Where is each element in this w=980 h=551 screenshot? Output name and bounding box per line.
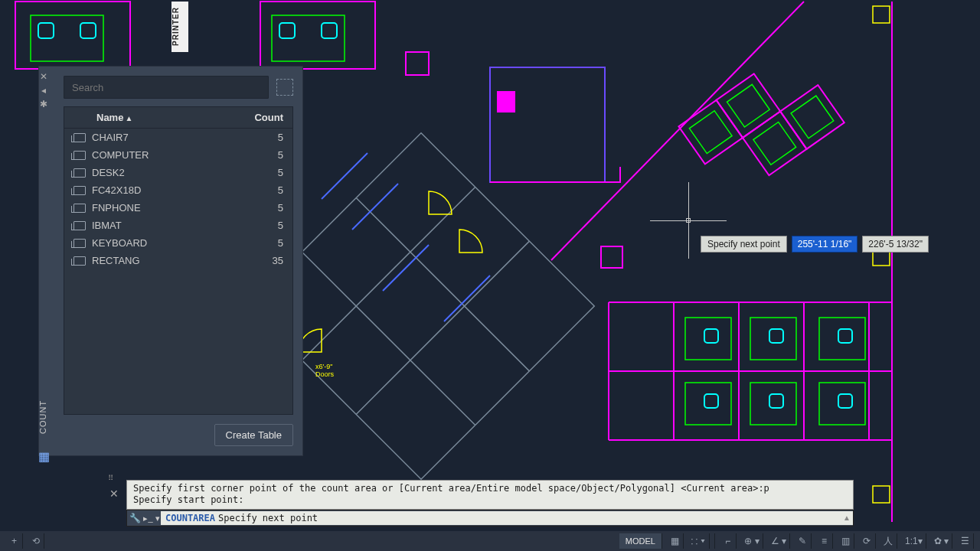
item-count: 5 — [237, 132, 283, 143]
item-count: 5 — [237, 149, 283, 161]
command-history: Specify first corner point of the count … — [126, 480, 854, 510]
block-icon — [74, 186, 86, 195]
count-palette: ✕ ◂ ✱ COUNT ▦ Name▲ Count CHAIR75COMPUTE… — [38, 66, 303, 456]
block-icon — [74, 168, 86, 178]
list-item[interactable]: RECTANG35 — [64, 252, 292, 269]
ortho-icon[interactable]: ⌐ — [720, 533, 737, 549]
list-header[interactable]: Name▲ Count — [64, 107, 292, 129]
item-name: KEYBOARD — [92, 237, 237, 249]
svg-rect-22 — [38, 23, 54, 38]
dynamic-input-tooltip: Specify next point 255'-11 1/16" 226'-5 … — [701, 236, 929, 253]
sort-asc-icon: ▲ — [125, 114, 132, 122]
scale-ratio[interactable]: 1:1 ▾ — [902, 533, 926, 549]
palette-title: COUNT — [38, 386, 51, 448]
item-name: FC42X18D — [92, 184, 237, 196]
svg-rect-29 — [704, 394, 718, 408]
active-command-name: COUNTAREA — [165, 513, 215, 523]
svg-rect-26 — [704, 329, 718, 343]
svg-rect-9 — [780, 85, 844, 149]
history-line: Specify first corner point of the count … — [133, 483, 847, 495]
search-input[interactable] — [64, 76, 269, 99]
close-icon[interactable]: ✕ — [38, 71, 49, 82]
svg-rect-23 — [80, 23, 96, 38]
block-icon — [74, 239, 86, 248]
svg-rect-0 — [15, 2, 130, 69]
printer-label: PRINTER — [172, 2, 188, 52]
count-column-header[interactable]: Count — [237, 112, 283, 123]
list-item[interactable]: FNPHONE5 — [64, 199, 292, 217]
svg-rect-30 — [769, 394, 783, 408]
drag-grip-icon[interactable]: ⠿ — [108, 474, 113, 482]
svg-rect-5 — [601, 246, 622, 268]
svg-rect-33 — [873, 6, 890, 23]
dynamic-x-value[interactable]: 255'-11 1/16" — [792, 236, 858, 253]
list-item[interactable]: KEYBOARD5 — [64, 234, 292, 252]
status-bar: + ⟲ MODEL ▦ ⸬ ▾ ⌐ ⊕ ▾ ∠ ▾ ✎ ≡ ▥ ⟳ 人 1:1 … — [0, 531, 980, 551]
orbit-icon[interactable]: ⟲ — [28, 533, 44, 549]
block-icon — [74, 151, 86, 160]
lineweight-icon[interactable]: ≡ — [816, 533, 833, 549]
block-icon — [74, 221, 86, 230]
svg-text:Doors: Doors — [315, 370, 335, 378]
svg-rect-4 — [498, 92, 514, 112]
command-line[interactable]: ⠿ ✕ Specify first corner point of the co… — [126, 480, 854, 527]
block-icon — [74, 256, 86, 266]
svg-rect-34 — [873, 486, 890, 503]
item-name: DESK2 — [92, 167, 237, 178]
osnap-icon[interactable]: ✎ — [795, 533, 812, 549]
pin-icon[interactable]: ◂ — [38, 85, 49, 96]
model-space-button[interactable]: MODEL — [619, 533, 662, 549]
annotation-icon[interactable]: 人 — [880, 533, 897, 549]
item-count: 5 — [237, 167, 283, 178]
item-count: 5 — [237, 237, 283, 249]
svg-rect-18 — [689, 111, 732, 154]
customize-icon[interactable]: 🔧 — [127, 513, 142, 523]
cycling-icon[interactable]: ⟳ — [859, 533, 876, 549]
list-item[interactable]: COMPUTER5 — [64, 146, 292, 164]
active-command-prompt: Specify next point — [218, 513, 318, 523]
item-count: 35 — [237, 255, 283, 266]
svg-rect-2 — [406, 52, 429, 75]
settings-gear-icon[interactable]: ✿ ▾ — [931, 533, 952, 549]
svg-rect-8 — [743, 112, 807, 176]
name-column-header[interactable]: Name — [96, 112, 123, 123]
block-icon — [74, 133, 86, 142]
svg-rect-10 — [31, 15, 103, 61]
count-toggle-icon[interactable]: ▦ — [38, 449, 49, 460]
command-input[interactable]: COUNTAREA Specify next point — [161, 511, 841, 525]
item-name: IBMAT — [92, 220, 237, 231]
expand-history-icon[interactable]: ▲ — [841, 511, 853, 525]
dynamic-y-value[interactable]: 226'-5 13/32" — [862, 236, 929, 253]
svg-rect-31 — [838, 394, 852, 408]
create-table-button[interactable]: Create Table — [214, 424, 293, 446]
coordinates-plus-icon[interactable]: + — [6, 533, 23, 549]
isodraft-icon[interactable]: ∠ ▾ — [768, 533, 790, 549]
svg-rect-27 — [769, 329, 783, 343]
item-count: 5 — [237, 220, 283, 231]
commandline-close-icon[interactable]: ✕ — [108, 487, 120, 500]
list-item[interactable]: FC42X18D5 — [64, 181, 292, 199]
history-line: Specify start point: — [133, 494, 847, 507]
list-item[interactable]: CHAIR75 — [64, 129, 292, 146]
selection-area-icon[interactable] — [276, 79, 293, 96]
svg-rect-24 — [279, 23, 295, 38]
svg-rect-25 — [322, 23, 337, 38]
customization-icon[interactable]: ☰ — [957, 533, 974, 549]
svg-text:x6'-9": x6'-9" — [315, 363, 332, 370]
dynamic-prompt-label: Specify next point — [701, 236, 787, 253]
item-count: 5 — [237, 184, 283, 196]
item-name: FNPHONE — [92, 202, 237, 214]
count-list: Name▲ Count CHAIR75COMPUTER5DESK25FC42X1… — [64, 106, 293, 415]
polar-icon[interactable]: ⊕ ▾ — [741, 533, 763, 549]
snap-icon[interactable]: ⸬ ▾ — [688, 533, 710, 549]
command-prompt-icon: ▸_ ▾ — [142, 514, 161, 523]
svg-rect-16 — [750, 383, 796, 425]
menu-icon[interactable]: ✱ — [38, 99, 49, 109]
list-item[interactable]: IBMAT5 — [64, 217, 292, 234]
svg-rect-14 — [819, 318, 865, 360]
svg-rect-21 — [791, 96, 834, 139]
list-item[interactable]: DESK25 — [64, 164, 292, 181]
transparency-icon[interactable]: ▥ — [838, 533, 854, 549]
grid-icon[interactable]: ▦ — [667, 533, 684, 549]
svg-rect-17 — [819, 383, 865, 425]
